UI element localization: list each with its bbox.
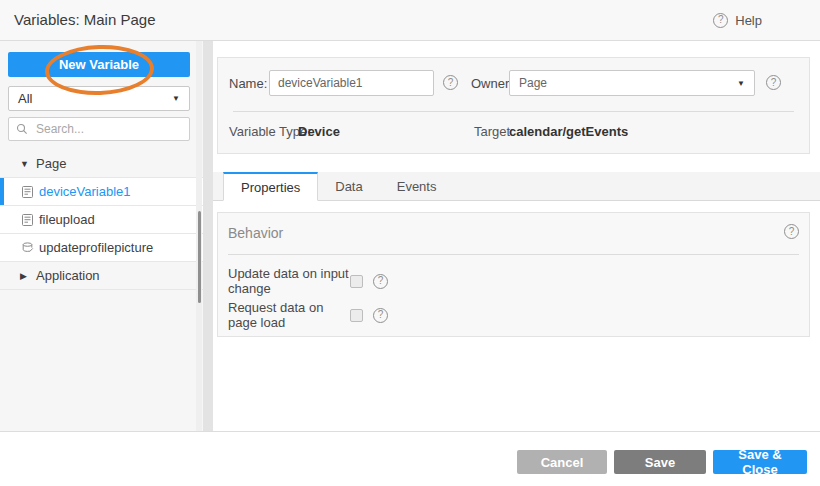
behavior-section-title: Behavior — [228, 225, 283, 241]
variable-summary-panel: Name:* ? Owner:* Page ▼ ? Variable Type:… — [217, 57, 810, 154]
tree-item-updateprofilepicture[interactable]: updateprofilepicture — [0, 234, 203, 262]
page-title: Variables: Main Page — [14, 0, 155, 40]
name-help-icon[interactable]: ? — [443, 75, 458, 90]
panel-divider — [233, 111, 794, 112]
request-data-checkbox[interactable] — [350, 309, 363, 322]
name-owner-row: Name:* ? Owner:* Page ▼ ? — [218, 70, 809, 96]
caret-down-icon: ▼ — [737, 79, 745, 88]
section-divider — [228, 254, 799, 255]
search-input[interactable] — [34, 121, 182, 137]
save-button[interactable]: Save — [614, 450, 706, 474]
tree-item-label: deviceVariable1 — [39, 184, 131, 199]
variable-filter-select[interactable]: All ▼ — [8, 86, 190, 111]
tab-properties[interactable]: Properties — [223, 172, 318, 201]
variable-search-box — [8, 117, 190, 141]
service-variable-icon — [22, 242, 39, 254]
variables-sidebar: New Variable All ▼ ▼ Page deviceVariable… — [0, 41, 203, 431]
new-variable-button[interactable]: New Variable — [8, 52, 190, 77]
search-icon — [16, 123, 28, 135]
owner-help-icon[interactable]: ? — [766, 75, 781, 90]
caret-down-icon: ▼ — [172, 94, 180, 103]
owner-select-value: Page — [519, 76, 547, 90]
behavior-help-icon[interactable]: ? — [784, 224, 799, 239]
tree-group-page[interactable]: ▼ Page — [0, 150, 203, 178]
owner-select[interactable]: Page ▼ — [509, 70, 755, 96]
triangle-right-icon[interactable]: ▶ — [20, 271, 36, 281]
tree-item-label: fileupload — [39, 212, 95, 227]
request-data-help-icon[interactable]: ? — [373, 308, 388, 323]
save-and-close-button[interactable]: Save & Close — [713, 450, 807, 474]
tree-item-fileupload[interactable]: fileupload — [0, 206, 203, 234]
dialog-header: Variables: Main Page ? Help — [0, 0, 820, 41]
tree-item-devicevariable1[interactable]: deviceVariable1 — [0, 178, 203, 206]
device-variable-icon — [22, 186, 39, 198]
footer-buttons: Cancel Save Save & Close — [517, 450, 807, 474]
dialog-footer: Cancel Save Save & Close — [0, 431, 820, 486]
target-value: calendar/getEvents — [509, 124, 628, 139]
name-input[interactable] — [269, 70, 434, 96]
variable-type-value: Device — [298, 124, 340, 139]
detail-tabs: Properties Data Events — [213, 172, 820, 201]
sidebar-divider — [203, 41, 213, 431]
device-variable-icon — [22, 214, 39, 226]
variables-dialog: Variables: Main Page ? Help New Variable… — [0, 0, 820, 486]
sidebar-scrollbar-thumb[interactable] — [198, 211, 201, 303]
triangle-down-icon[interactable]: ▼ — [20, 159, 36, 169]
tab-data[interactable]: Data — [318, 172, 379, 200]
tree-group-label: Application — [36, 268, 100, 283]
tree-group-label: Page — [36, 156, 66, 171]
tab-events[interactable]: Events — [380, 172, 454, 200]
variable-filter-value: All — [18, 91, 32, 106]
target-label: Target: — [474, 124, 514, 139]
variables-tree: ▼ Page deviceVariable1 fileupload updat — [0, 150, 203, 290]
help-label: Help — [735, 13, 762, 28]
type-target-row: Variable Type: Device Target: calendar/g… — [218, 124, 809, 144]
option-row-request-data: Request data on page load ? — [228, 306, 799, 324]
update-data-checkbox[interactable] — [350, 275, 363, 288]
cancel-button[interactable]: Cancel — [517, 450, 607, 474]
update-data-help-icon[interactable]: ? — [373, 274, 388, 289]
option-label: Request data on page load — [228, 300, 350, 330]
tree-group-application[interactable]: ▶ Application — [0, 262, 203, 290]
variable-detail-pane: Name:* ? Owner:* Page ▼ ? Variable Type:… — [213, 41, 820, 431]
help-link[interactable]: ? Help — [713, 0, 762, 40]
option-label: Update data on input change — [228, 266, 350, 296]
option-row-update-data: Update data on input change ? — [228, 272, 799, 290]
help-icon: ? — [713, 13, 728, 28]
behavior-section: Behavior ? Update data on input change ?… — [217, 212, 810, 337]
tree-item-label: updateprofilepicture — [39, 240, 153, 255]
